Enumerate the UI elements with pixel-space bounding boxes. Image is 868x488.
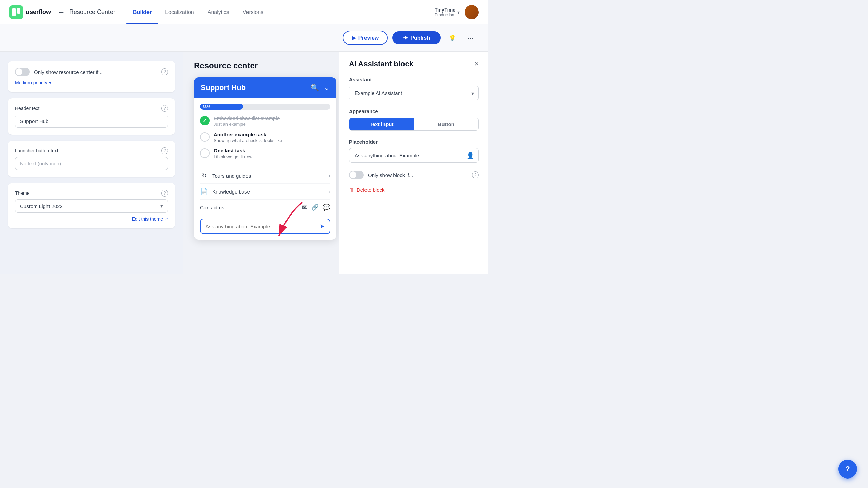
show-condition-card: Only show resource center if... ? Medium…	[8, 61, 175, 92]
chat-icon[interactable]: 💬	[323, 204, 330, 211]
ai-text-input[interactable]	[205, 224, 317, 229]
help-icon-launcher[interactable]: ?	[161, 147, 168, 154]
assistant-section-label: Assistant	[349, 77, 479, 82]
resource-center-widget: Support Hub 🔍 ⌄ 33%	[194, 77, 336, 240]
checklist-main-1: Another example task	[214, 131, 330, 137]
email-icon[interactable]: ✉	[302, 204, 307, 211]
tab-analytics[interactable]: Analytics	[201, 0, 236, 24]
rc-header-icons: 🔍 ⌄	[311, 84, 330, 92]
checklist-item-1: Another example task Showing what a chec…	[200, 131, 330, 143]
help-icon-block[interactable]: ?	[472, 171, 479, 178]
widget-container: Support Hub 🔍 ⌄ 33%	[194, 77, 336, 240]
lightbulb-icon-button[interactable]: 💡	[446, 31, 459, 45]
chevron-down-icon: ▾	[160, 203, 163, 209]
checklist-text-2: One last task I think we get it now	[214, 148, 330, 159]
ai-send-icon[interactable]: ➤	[320, 223, 325, 230]
user-sub: Production	[435, 13, 455, 17]
only-show-block-label: Only show block if...	[368, 172, 468, 178]
help-icon-header[interactable]: ?	[161, 105, 168, 112]
chevron-down-icon: ▾	[457, 9, 460, 15]
checklist-text-1: Another example task Showing what a chec…	[214, 131, 330, 143]
placeholder-input[interactable]	[349, 148, 479, 163]
close-button[interactable]: ×	[474, 60, 479, 68]
help-icon-toggle[interactable]: ?	[161, 68, 168, 75]
help-icon-theme[interactable]: ?	[161, 190, 168, 197]
right-panel: AI Assistant block × Assistant Example A…	[339, 52, 488, 274]
checklist-main-2: One last task	[214, 148, 330, 154]
theme-select-wrap: Custom Light 2022 ▾	[15, 199, 168, 213]
more-options-button[interactable]: ⋯	[464, 31, 477, 45]
nav-tabs: Builder Localization Analytics Versions	[126, 0, 270, 24]
rc-header-title: Support Hub	[201, 83, 246, 92]
chevron-down-icon[interactable]: ⌄	[324, 84, 330, 92]
back-button[interactable]: ←	[58, 8, 65, 17]
contact-label: Contact us	[200, 205, 298, 210]
menu-item-kb[interactable]: 📄 Knowledge base ›	[200, 184, 330, 200]
avatar[interactable]	[465, 5, 479, 19]
trash-icon: 🗑	[349, 187, 354, 193]
menu-item-tours[interactable]: ↻ Tours and guides ›	[200, 168, 330, 184]
center-title: Resource center	[194, 61, 258, 70]
check-empty-icon-2	[200, 148, 210, 158]
left-panel: Only show resource center if... ? Medium…	[0, 52, 183, 274]
tab-localization[interactable]: Localization	[158, 0, 201, 24]
show-condition-toggle[interactable]	[15, 68, 30, 76]
appearance-text-input-btn[interactable]: Text input	[349, 118, 414, 130]
ai-input-wrap: ➤	[200, 219, 330, 234]
header-text-card: Header text ?	[8, 98, 175, 135]
tab-versions[interactable]: Versions	[236, 0, 270, 24]
logo[interactable]: userflow	[9, 5, 51, 19]
theme-value: Custom Light 2022	[20, 203, 63, 209]
preview-button[interactable]: ▶ Preview	[343, 30, 388, 45]
checklist-item-2: One last task I think we get it now	[200, 148, 330, 159]
rp-header: AI Assistant block ×	[349, 60, 479, 68]
edit-theme-label: Edit this theme	[132, 216, 163, 222]
user-menu[interactable]: TinyTime Production ▾	[435, 7, 460, 17]
check-empty-icon-1	[200, 132, 210, 142]
phone-icon[interactable]: 🔗	[311, 204, 319, 211]
tab-builder[interactable]: Builder	[126, 0, 158, 24]
top-nav: userflow ← Resource Center Builder Local…	[0, 0, 488, 24]
play-icon: ▶	[352, 35, 356, 41]
placeholder-section-label: Placeholder	[349, 139, 479, 145]
launcher-text-input[interactable]	[15, 157, 168, 170]
rc-body: 33% ✓ Embedded checklist example Just an…	[194, 98, 336, 240]
contact-row: Contact us ✉ 🔗 💬	[200, 200, 330, 215]
publish-label: Publish	[410, 35, 430, 41]
center-panel: Resource center Support Hub 🔍 ⌄	[183, 52, 339, 274]
appearance-button-btn[interactable]: Button	[414, 118, 479, 130]
chevron-icon: ▾	[49, 80, 51, 85]
priority-label: Medium priority	[15, 80, 47, 85]
toggle-row: Only show resource center if... ?	[15, 68, 168, 76]
header-text-label: Header text ?	[15, 105, 168, 112]
svg-rect-0	[9, 5, 23, 19]
show-condition-label: Only show resource center if...	[34, 69, 157, 75]
checklist-text-0: Embedded checklist example Just an examp…	[214, 115, 330, 127]
delete-label: Delete block	[357, 187, 385, 193]
preview-label: Preview	[358, 35, 379, 41]
theme-card: Theme ? Custom Light 2022 ▾ Edit this th…	[8, 183, 175, 228]
theme-select[interactable]: Custom Light 2022 ▾	[15, 199, 168, 213]
menu-label-kb: Knowledge base	[212, 189, 324, 195]
theme-label: Theme ?	[15, 190, 168, 197]
only-show-block-toggle[interactable]	[349, 171, 364, 179]
delete-block-button[interactable]: 🗑 Delete block	[349, 187, 385, 193]
publish-button[interactable]: ✈ Publish	[392, 31, 441, 44]
page-title: Resource Center	[69, 8, 115, 16]
checklist-sub-1: Showing what a checklist looks like	[214, 138, 330, 143]
header-text-input[interactable]	[15, 115, 168, 128]
send-icon: ✈	[403, 35, 408, 41]
edit-theme-link[interactable]: Edit this theme ↗	[15, 216, 168, 222]
checklist-main-0: Embedded checklist example	[214, 115, 330, 121]
search-icon[interactable]: 🔍	[311, 84, 319, 92]
priority-link[interactable]: Medium priority ▾	[15, 80, 168, 85]
chevron-right-icon: ›	[329, 173, 330, 178]
assistant-select[interactable]: Example AI Assistant	[349, 86, 479, 100]
kb-icon: 📄	[200, 188, 208, 195]
toolbar: ▶ Preview ✈ Publish 💡 ⋯	[0, 24, 488, 52]
progress-bar-fill: 33%	[200, 104, 243, 110]
appearance-section-label: Appearance	[349, 108, 479, 114]
checklist-item-0: ✓ Embedded checklist example Just an exa…	[200, 115, 330, 127]
assistant-select-wrap: Example AI Assistant ▾	[349, 86, 479, 100]
divider	[200, 164, 330, 164]
